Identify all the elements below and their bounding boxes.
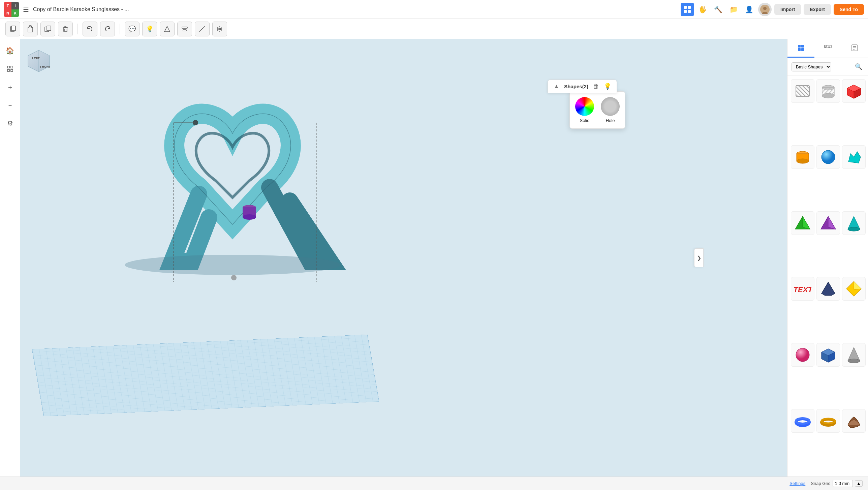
shape-item-orange-cylinder[interactable] — [791, 145, 814, 169]
svg-rect-44 — [798, 45, 801, 48]
shape-item-navy-prism[interactable] — [816, 277, 840, 301]
shape-item-text[interactable]: TEXT — [791, 277, 814, 301]
undo-button[interactable] — [83, 22, 97, 36]
shape-item-blue-sphere[interactable] — [816, 145, 840, 169]
svg-rect-1 — [688, 6, 691, 9]
ruler-button[interactable] — [195, 22, 210, 36]
duplicate-button[interactable] — [40, 22, 55, 36]
mirror-button[interactable] — [212, 22, 227, 36]
solid-option[interactable]: Solid — [575, 97, 594, 123]
import-button[interactable]: Import — [774, 4, 801, 15]
collapse-right-panel-button[interactable]: ❯ — [694, 248, 704, 267]
zoom-in-button[interactable]: ＋ — [3, 80, 18, 94]
search-button[interactable]: 🔍 — [853, 61, 864, 72]
logo-i: I — [11, 2, 19, 9]
svg-rect-45 — [801, 45, 804, 48]
svg-text:LEFT: LEFT — [32, 57, 40, 60]
svg-point-87 — [848, 359, 860, 363]
document-title[interactable]: Copy of Barbie Karaoke Sunglasses - ... — [33, 6, 677, 12]
hand-tool-button[interactable]: 🖐 — [696, 3, 710, 16]
svg-point-5 — [763, 7, 767, 10]
shape-item-yellow-diamond[interactable] — [842, 277, 866, 301]
svg-rect-14 — [64, 28, 67, 32]
comment-button[interactable]: 💬 — [125, 22, 140, 36]
hole-circle — [601, 97, 620, 116]
settings-link[interactable]: Settings — [789, 481, 805, 486]
shape-item-gray-cone[interactable] — [842, 343, 866, 367]
hole-option[interactable]: Hole — [601, 97, 620, 123]
paste-button[interactable] — [23, 22, 38, 36]
tab-shapes[interactable] — [787, 39, 814, 58]
tab-notes[interactable] — [841, 39, 868, 58]
light-button[interactable]: 💡 — [142, 22, 157, 36]
svg-rect-13 — [47, 26, 51, 31]
shape-item-red-box[interactable] — [842, 79, 866, 103]
grid-floor — [32, 335, 379, 417]
home-button[interactable]: 🏠 — [3, 43, 18, 58]
svg-point-70 — [822, 150, 835, 164]
viewport[interactable]: LEFT FRONT — [20, 39, 787, 477]
shapes-panel-trash[interactable]: 🗑 — [593, 83, 599, 90]
toolbar: 💬 💡 — [0, 19, 868, 39]
settings-button[interactable]: ⚙ — [3, 116, 18, 131]
left-sidebar: 🏠 ＋ － ⚙ — [0, 39, 20, 477]
shape-item-brown-shape[interactable] — [842, 409, 866, 433]
svg-rect-59 — [796, 86, 809, 96]
export-button[interactable]: Export — [804, 4, 831, 15]
shape-item-teal-shape[interactable] — [842, 145, 866, 169]
shapes-solid-hole-panel: Solid Hole — [569, 91, 625, 129]
hole-label: Hole — [606, 118, 615, 123]
grid-view-button[interactable] — [681, 3, 694, 16]
zoom-out-button[interactable]: － — [3, 98, 18, 113]
app-logo: T I N K — [4, 2, 19, 17]
svg-marker-17 — [164, 26, 170, 32]
send-to-button[interactable]: Send To — [834, 4, 864, 15]
shape-item-green-pyramid[interactable] — [791, 211, 814, 235]
snap-grid-control: Snap Grid ▲ — [811, 480, 863, 487]
shape-item-striped-cylinder[interactable] — [816, 79, 840, 103]
svg-rect-0 — [684, 6, 687, 9]
redo-button[interactable] — [100, 22, 115, 36]
shape-item-striped-box[interactable] — [791, 79, 814, 103]
svg-rect-46 — [798, 48, 801, 51]
hammer-button[interactable]: 🔨 — [712, 3, 725, 16]
right-panel-tabs — [787, 39, 868, 58]
avatar-button[interactable] — [758, 3, 772, 16]
svg-rect-47 — [801, 48, 804, 51]
view-cube[interactable]: LEFT FRONT — [25, 48, 52, 74]
shapes-panel-collapse[interactable]: ▲ — [553, 83, 559, 90]
shape-button[interactable] — [160, 22, 175, 36]
snap-grid-up[interactable]: ▲ — [855, 480, 863, 487]
align-button[interactable] — [177, 22, 192, 36]
shape-item-blue-torus[interactable] — [791, 409, 814, 433]
shape-item-teal-cone[interactable] — [842, 211, 866, 235]
logo-n: N — [4, 9, 11, 17]
shapes-panel-header: ▲ Shapes(2) 🗑 💡 — [548, 80, 617, 93]
fit-button[interactable] — [3, 61, 18, 76]
status-bar: Settings Snap Grid ▲ — [0, 477, 868, 490]
svg-rect-18 — [182, 27, 187, 28]
svg-rect-2 — [684, 10, 687, 13]
copy-button[interactable] — [5, 22, 20, 36]
document-icon[interactable]: ☰ — [23, 5, 29, 13]
tab-ruler[interactable] — [814, 39, 841, 58]
shape-item-orange-torus[interactable] — [816, 409, 840, 433]
snap-grid-label: Snap Grid — [811, 481, 831, 486]
shape-item-navy-box[interactable] — [816, 343, 840, 367]
toolbar-separator-1 — [78, 24, 78, 34]
shapes-library-header: Basic Shapes 🔍 — [787, 58, 868, 76]
solid-label: Solid — [580, 118, 590, 123]
svg-rect-27 — [11, 66, 13, 68]
svg-rect-8 — [11, 26, 16, 31]
shape-item-purple-pyramid[interactable] — [816, 211, 840, 235]
shape-item-pink-sphere[interactable] — [791, 343, 814, 367]
folder-button[interactable]: 📁 — [727, 3, 741, 16]
shapes-panel-light[interactable]: 💡 — [604, 83, 611, 90]
snap-grid-input[interactable] — [833, 480, 853, 487]
category-dropdown[interactable]: Basic Shapes — [792, 62, 831, 71]
svg-rect-11 — [29, 26, 31, 27]
user-button[interactable]: 👤 — [743, 3, 756, 16]
svg-point-69 — [797, 159, 809, 163]
svg-marker-81 — [854, 281, 861, 289]
delete-button[interactable] — [58, 22, 73, 36]
